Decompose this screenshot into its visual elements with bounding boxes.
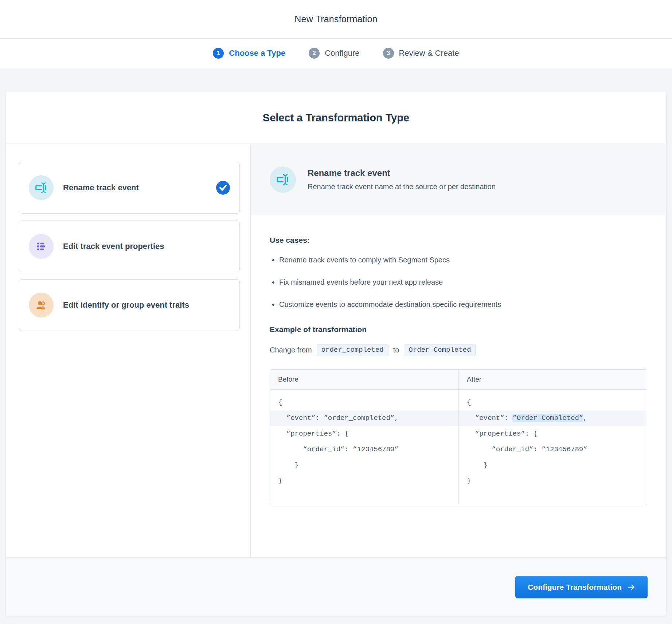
code-line: } <box>270 473 458 489</box>
detail-body: Use cases: Rename track events to comply… <box>251 215 666 505</box>
code-line: { <box>459 395 647 410</box>
step-3-number-badge: 3 <box>383 48 394 59</box>
option-edit-identify-or-group-event-traits[interactable]: Edit identify or group event traits <box>19 279 240 331</box>
configure-transformation-button[interactable]: Configure Transformation <box>515 576 648 598</box>
use-case-item: Rename track events to comply with Segme… <box>279 256 647 265</box>
code-line: { <box>270 395 458 410</box>
arrow-right-icon <box>628 584 635 590</box>
option-label: Edit track event properties <box>63 240 230 253</box>
step-choose-a-type[interactable]: 1 Choose a Type <box>213 48 285 59</box>
detail-title: Rename track event <box>308 168 496 178</box>
detail-header: Rename track event Rename track event na… <box>251 144 666 215</box>
step-2-number-badge: 2 <box>309 48 320 59</box>
after-column-header: After <box>459 370 647 390</box>
code-line: ”event”: ”Order Completed”, <box>459 410 647 426</box>
use-cases-list: Rename track events to comply with Segme… <box>279 256 647 309</box>
code-line: } <box>459 473 647 489</box>
option-label: Rename track event <box>63 181 212 194</box>
list-icon <box>29 234 54 259</box>
selected-check-icon <box>216 181 230 195</box>
code-line: ”order_id”: ”123456789” <box>270 442 458 457</box>
before-after-comparison: Before { ”event”: ”order_completed”, ”pr… <box>270 369 647 505</box>
use-cases-heading: Use cases: <box>270 236 647 245</box>
detail-description: Rename track event name at the source or… <box>308 183 496 191</box>
step-2-label: Configure <box>325 48 359 58</box>
highlighted-token: ”Order Completed” <box>512 414 583 422</box>
before-column-header: Before <box>270 370 458 390</box>
wizard-stepper: 1 Choose a Type 2 Configure 3 Review & C… <box>0 39 672 68</box>
step-configure[interactable]: 2 Configure <box>309 48 359 59</box>
page-header: New Transformation <box>0 0 672 39</box>
rename-icon <box>270 167 296 193</box>
change-prefix: Change from <box>270 346 312 354</box>
users-icon <box>29 293 54 317</box>
change-from-code-chip: order_completed <box>317 344 388 356</box>
rename-icon <box>29 175 54 200</box>
detail-header-text: Rename track event Rename track event na… <box>308 168 496 191</box>
code-line: ”properties”: { <box>270 426 458 442</box>
option-rename-track-event[interactable]: Rename track event <box>19 162 240 214</box>
transformation-type-card: Select a Transformation Type <box>6 91 666 616</box>
use-case-item: Customize events to accommodate destinat… <box>279 300 647 309</box>
before-code-block: { ”event”: ”order_completed”, ”propertie… <box>270 390 458 505</box>
code-line: } <box>459 457 647 473</box>
after-column: After { ”event”: ”Order Completed”, ”pro… <box>458 370 647 505</box>
change-example-line: Change from order_completed to Order Com… <box>270 344 647 356</box>
after-code-block: { ”event”: ”Order Completed”, ”propertie… <box>459 390 647 505</box>
code-line: } <box>270 457 458 473</box>
step-1-label: Choose a Type <box>229 48 285 58</box>
code-line: ”event”: ”order_completed”, <box>270 410 458 426</box>
card-body: Rename track event <box>6 144 666 557</box>
card-title: Select a Transformation Type <box>263 112 409 124</box>
change-connector: to <box>393 346 399 354</box>
code-line: ”properties”: { <box>459 426 647 442</box>
before-column: Before { ”event”: ”order_completed”, ”pr… <box>270 370 458 505</box>
option-detail-panel: Rename track event Rename track event na… <box>251 144 666 557</box>
option-edit-track-event-properties[interactable]: Edit track event properties <box>19 221 240 272</box>
code-line: ”order_id”: ”123456789” <box>459 442 647 457</box>
configure-transformation-button-label: Configure Transformation <box>528 583 622 592</box>
page-content: Select a Transformation Type <box>0 68 672 624</box>
step-1-number-badge: 1 <box>213 48 224 59</box>
card-title-section: Select a Transformation Type <box>6 91 666 144</box>
use-case-item: Fix misnamed events before your next app… <box>279 278 647 287</box>
step-review-create[interactable]: 3 Review & Create <box>383 48 459 59</box>
option-label: Edit identify or group event traits <box>63 299 230 312</box>
step-3-label: Review & Create <box>399 48 459 58</box>
example-heading: Example of transformation <box>270 325 647 334</box>
page-title: New Transformation <box>294 14 377 24</box>
transformation-options-list: Rename track event <box>6 144 251 557</box>
card-footer: Configure Transformation <box>6 557 666 616</box>
change-to-code-chip: Order Completed <box>404 344 476 356</box>
